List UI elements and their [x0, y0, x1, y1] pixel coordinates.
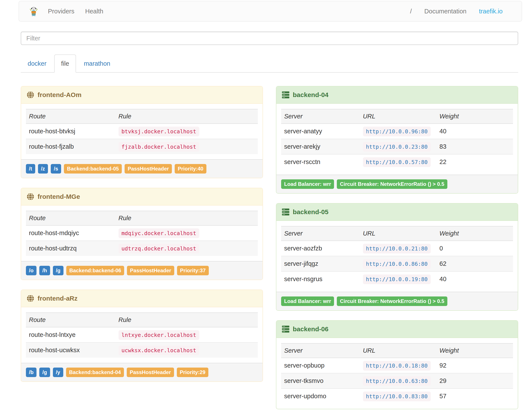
url-cell: http://10.0.0.57:80 — [360, 154, 437, 169]
table-row: server-tksmvohttp://10.0.0.63:8029 — [281, 373, 513, 389]
tab-docker[interactable]: docker — [21, 54, 53, 73]
entrypoint-badge: /t — [26, 164, 35, 174]
frontend-tag-badge: PassHostHeader — [127, 266, 174, 275]
column-header-route: Route — [26, 109, 115, 124]
url-code: http://10.0.0.19:80 — [363, 274, 431, 284]
servers-table: ServerURLWeightserver-opbuophttp://10.0.… — [281, 343, 513, 404]
table-row: server-anatyyhttp://10.0.0.96:8040 — [281, 124, 513, 139]
tab-marathon[interactable]: marathon — [77, 54, 117, 73]
column-header-route: Route — [26, 313, 115, 327]
route-cell: route-host-fjzalb — [26, 139, 115, 154]
url-cell: http://10.0.0.83:80 — [360, 389, 437, 404]
table-row: server-opbuophttp://10.0.0.18:8092 — [281, 358, 513, 373]
server-icon — [282, 208, 289, 215]
server-cell: server-updomo — [281, 389, 360, 404]
card-body: ServerURLWeightserver-aozfzbhttp://10.0.… — [276, 221, 518, 292]
backend-tag-badge: Load Balancer: wrr — [281, 296, 334, 306]
frontends-column: frontend-AOmRouteRuleroute-host-btvksjbt… — [14, 86, 269, 391]
url-cell: http://10.0.0.63:80 — [360, 373, 437, 389]
route-cell: route-host-ucwksx — [26, 342, 115, 358]
table-row: route-host-mdqiycmdqiyc.docker.localhost — [26, 225, 258, 241]
table-row: route-host-ucwksxucwksx.docker.localhost — [26, 342, 258, 358]
nav-link-documentation[interactable]: Documentation — [424, 8, 466, 15]
frontend-card: frontend-aRzRouteRuleroute-host-lntxyeln… — [21, 290, 263, 382]
column-header-weight: Weight — [436, 109, 513, 124]
backends-column: backend-04ServerURLWeightserver-anatyyht… — [269, 86, 525, 411]
column-header-url: URL — [360, 226, 437, 241]
server-cell: server-nsgrus — [281, 271, 360, 286]
table-header-row: RouteRule — [26, 109, 258, 124]
table-header-row: ServerURLWeight — [281, 343, 513, 358]
route-cell: route-host-mdqiyc — [26, 225, 115, 241]
entrypoint-badge: /o — [26, 266, 37, 275]
column-header-weight: Weight — [436, 343, 513, 358]
rule-code: udtrzq.docker.localhost — [119, 244, 199, 254]
table-row: route-host-fjzalbfjzalb.docker.localhost — [26, 139, 258, 154]
rule-code: ucwksx.docker.localhost — [119, 345, 199, 355]
card-heading: frontend-aRz — [21, 290, 263, 307]
table-row: server-rscctnhttp://10.0.0.57:8022 — [281, 154, 513, 169]
rule-cell: btvksj.docker.localhost — [115, 124, 258, 139]
column-header-server: Server — [281, 226, 360, 241]
card-body: RouteRuleroute-host-lntxyelntxye.docker.… — [21, 307, 263, 363]
filter-input[interactable] — [21, 31, 518, 45]
column-header-rule: Rule — [115, 313, 258, 327]
table-header-row: RouteRule — [26, 313, 258, 327]
rule-code: lntxye.docker.localhost — [119, 330, 199, 340]
card-body: RouteRuleroute-host-btvksjbtvksj.docker.… — [21, 104, 263, 159]
rule-code: fjzalb.docker.localhost — [119, 142, 199, 152]
table-header-row: ServerURLWeight — [281, 109, 513, 124]
server-cell: server-arekjy — [281, 139, 360, 154]
server-icon — [282, 91, 289, 98]
rule-cell: fjzalb.docker.localhost — [115, 139, 258, 154]
server-cell: server-anatyy — [281, 124, 360, 139]
url-cell: http://10.0.0.96:80 — [360, 124, 437, 139]
entrypoint-badge: /g — [39, 368, 50, 377]
card-body: ServerURLWeightserver-opbuophttp://10.0.… — [276, 338, 518, 409]
url-code: http://10.0.0.86:80 — [363, 259, 431, 269]
nav-link-traefik-io[interactable]: traefik.io — [479, 8, 503, 15]
frontend-tag-badge: PassHostHeader — [124, 164, 172, 174]
card-footer: /o/h/gBackend:backend-06PassHostHeaderPr… — [21, 261, 263, 280]
entrypoint-badge: /g — [53, 266, 64, 275]
card-title: frontend-MGe — [38, 193, 80, 200]
url-code: http://10.0.0.18:80 — [363, 361, 431, 371]
table-row: server-arekjyhttp://10.0.0.23:8083 — [281, 139, 513, 154]
nav-link-health[interactable]: Health — [85, 8, 104, 15]
url-code: http://10.0.0.96:80 — [363, 127, 431, 136]
card-body: RouteRuleroute-host-mdqiycmdqiyc.docker.… — [21, 206, 263, 261]
traefik-brand[interactable] — [29, 6, 38, 16]
card-title: frontend-AOm — [38, 91, 81, 98]
column-header-url: URL — [360, 109, 437, 124]
rule-code: btvksj.docker.localhost — [119, 127, 199, 136]
frontend-tag-badge: Priority:37 — [177, 266, 209, 275]
server-cell: server-aozfzb — [281, 241, 360, 256]
nav-divider: / — [410, 8, 412, 15]
weight-cell: 29 — [436, 373, 513, 389]
navbar: Providers Health / Documentation traefik… — [19, 1, 522, 22]
card-footer: Load Balancer: wrrCircuit Breaker: Netwo… — [276, 292, 518, 310]
backend-tag-badge: Circuit Breaker: NetworkErrorRatio () > … — [337, 179, 447, 189]
table-row: server-jifqgzhttp://10.0.0.86:8062 — [281, 256, 513, 271]
route-cell: route-host-udtrzq — [26, 241, 115, 256]
weight-cell: 83 — [436, 139, 513, 154]
weight-cell: 40 — [436, 271, 513, 286]
table-row: server-nsgrushttp://10.0.0.19:8040 — [281, 271, 513, 286]
table-row: route-host-udtrzqudtrzq.docker.localhost — [26, 241, 258, 256]
tab-file[interactable]: file — [54, 54, 76, 73]
card-heading: backend-04 — [276, 87, 518, 104]
table-header-row: RouteRule — [26, 211, 258, 225]
backend-tag-badge: Load Balancer: wrr — [281, 179, 334, 189]
url-code: http://10.0.0.83:80 — [363, 391, 431, 401]
rule-cell: mdqiyc.docker.localhost — [115, 225, 258, 241]
entrypoint-badge: /z — [38, 164, 48, 174]
rule-cell: ucwksx.docker.localhost — [115, 342, 258, 358]
column-header-route: Route — [26, 211, 115, 225]
table-row: route-host-lntxyelntxye.docker.localhost — [26, 327, 258, 342]
column-header-server: Server — [281, 343, 360, 358]
nav-link-providers[interactable]: Providers — [48, 8, 75, 15]
frontend-tag-badge: Priority:40 — [175, 164, 206, 174]
card-heading: backend-06 — [276, 321, 518, 338]
server-cell: server-tksmvo — [281, 373, 360, 389]
card-body: ServerURLWeightserver-anatyyhttp://10.0.… — [276, 104, 518, 175]
